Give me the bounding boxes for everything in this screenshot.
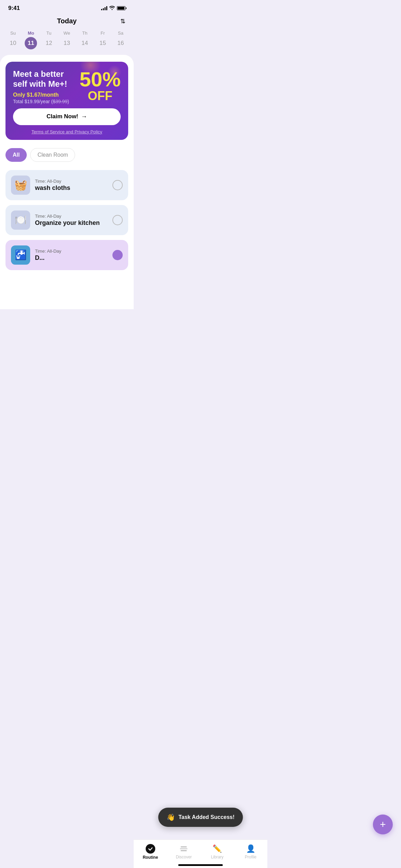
promo-headline: Meet a better self with Me+! xyxy=(13,69,80,89)
task-card-plumbing[interactable]: 🚰 Time: All-Day D... xyxy=(5,240,128,270)
task-icon-plumbing: 🚰 xyxy=(11,245,30,265)
calendar-day-th[interactable]: Th 14 xyxy=(77,31,92,49)
filter-all-chip[interactable]: All xyxy=(5,148,27,162)
calendar-day-we[interactable]: We 13 xyxy=(59,31,74,49)
task-checkbox[interactable] xyxy=(112,250,123,260)
calendar-day-su[interactable]: Su 10 xyxy=(5,31,21,49)
task-checkbox[interactable] xyxy=(112,180,123,190)
calendar-day-sa[interactable]: Sa 16 xyxy=(113,31,128,49)
promo-banner: Meet a better self with Me+! Only $1.67/… xyxy=(5,62,128,140)
calendar-strip: Su 10 Mo 11 Tu 12 We 13 Th 14 Fr 15 Sa 1… xyxy=(0,29,134,55)
status-icons xyxy=(101,5,125,11)
calendar-day-mo[interactable]: Mo 11 xyxy=(23,31,38,49)
promo-discount: 50% OFF xyxy=(80,69,121,102)
task-name: Organize your kitchen xyxy=(35,219,108,227)
task-card-organize-kitchen[interactable]: 🍽️ Time: All-Day Organize your kitchen xyxy=(5,205,128,235)
page-title: Today xyxy=(57,17,76,25)
signal-icon xyxy=(101,6,107,10)
promo-price-month: Only $1.67/month xyxy=(13,92,80,98)
sort-button[interactable]: ⇅ xyxy=(120,17,125,25)
task-icon-laundry: 🧺 xyxy=(11,176,30,195)
status-time: 9:41 xyxy=(8,5,20,12)
filter-chips: All Clean Room xyxy=(5,147,128,163)
task-name: D... xyxy=(35,254,108,262)
header: Today ⇅ xyxy=(0,14,134,29)
calendar-day-fr[interactable]: Fr 15 xyxy=(95,31,110,49)
terms-link[interactable]: Terms of Service and Privacy Policy xyxy=(13,129,121,134)
battery-icon xyxy=(117,6,125,10)
claim-now-button[interactable]: Claim Now! → xyxy=(13,108,121,125)
calendar-days: Su 10 Mo 11 Tu 12 We 13 Th 14 Fr 15 Sa 1… xyxy=(5,31,128,49)
arrow-right-icon: → xyxy=(81,113,87,120)
task-time: Time: All-Day xyxy=(35,249,108,254)
wifi-icon xyxy=(109,5,115,11)
main-content: Meet a better self with Me+! Only $1.67/… xyxy=(0,55,134,309)
task-card-wash-cloths[interactable]: 🧺 Time: All-Day wash cloths xyxy=(5,170,128,200)
promo-price-year: Total $19.99/year ($39.99) xyxy=(13,99,80,104)
calendar-day-tu[interactable]: Tu 12 xyxy=(41,31,57,49)
filter-clean-room-chip[interactable]: Clean Room xyxy=(30,148,75,162)
task-time: Time: All-Day xyxy=(35,214,108,219)
task-icon-kitchen: 🍽️ xyxy=(11,210,30,230)
task-checkbox[interactable] xyxy=(112,215,123,225)
task-name: wash cloths xyxy=(35,184,108,192)
task-time: Time: All-Day xyxy=(35,179,108,184)
status-bar: 9:41 xyxy=(0,0,134,14)
